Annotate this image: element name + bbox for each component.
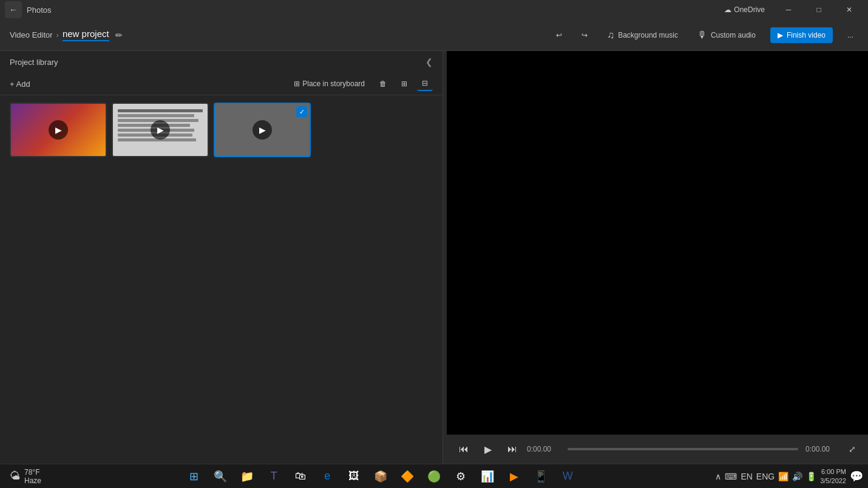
project-name: new project — [63, 29, 109, 41]
taskbar-right: ∧ ⌨ EN ENG 📶 🔊 🔋 6:00 PM 3/5/2022 💬 — [715, 467, 863, 485]
panel-header: Project library ❮ — [0, 51, 442, 73]
small-grid-icon: ⊟ — [422, 79, 428, 87]
weather-info: 78°F Haze — [24, 468, 41, 485]
search-button[interactable]: 🔍 — [208, 464, 232, 489]
edit-project-name-icon[interactable]: ✏ — [115, 30, 123, 40]
play-button[interactable]: ▶ — [478, 439, 498, 459]
settings-taskbar-button[interactable]: ⚙ — [449, 464, 473, 489]
keyboard-icon[interactable]: ⌨ — [725, 472, 737, 481]
undo-button[interactable]: ↩ — [551, 29, 567, 42]
title-bar-right: ☁ OneDrive ─ □ ✕ — [724, 0, 863, 19]
video-preview-area — [447, 51, 868, 435]
start-button[interactable]: ⊞ — [181, 464, 206, 489]
word-icon: W — [563, 470, 573, 483]
app-title: Photos — [27, 5, 51, 15]
search-icon: 🔍 — [214, 470, 227, 483]
time-display: 6:00 PM — [821, 467, 846, 476]
undo-icon: ↩ — [556, 31, 562, 39]
skip-back-button[interactable]: ⏮ — [454, 439, 473, 459]
preview-controls: ⏮ ▶ ⏭ 0:00.00 0:00.00 ⤢ — [447, 435, 868, 464]
custom-audio-button[interactable]: 🎙 Custom audio — [693, 27, 761, 43]
edge-icon: e — [324, 470, 330, 483]
library-actions: ⊞ Place in storyboard 🗑 ⊞ ⊟ — [289, 76, 433, 91]
trash-icon: 🗑 — [379, 80, 387, 88]
minimize-button[interactable]: ─ — [775, 0, 802, 19]
more-options-button[interactable]: ... — [843, 29, 858, 42]
dropbox-button[interactable]: 📦 — [368, 464, 393, 489]
delete-from-library-button[interactable]: 🗑 — [375, 77, 392, 90]
taskbar-center: ⊞ 🔍 📁 T 🛍 e 🖼 📦 🔶 🟢 ⚙ — [46, 464, 715, 489]
folder-icon: 📁 — [240, 470, 254, 483]
system-tray: ∧ ⌨ EN ENG 📶 🔊 🔋 — [715, 472, 816, 481]
teams-button[interactable]: T — [262, 464, 286, 489]
vlc-icon: ▶ — [510, 470, 518, 483]
video-thumb-3[interactable]: ▶ ✓ — [214, 103, 311, 157]
redo-button[interactable]: ↪ — [577, 29, 592, 42]
input-method-icon[interactable]: EN — [741, 472, 752, 481]
finish-video-button[interactable]: ▶ Finish video — [770, 27, 833, 43]
main-layout: Project library ❮ + Add ⊞ Place in story… — [0, 51, 868, 464]
app-icon-1: 🔶 — [401, 470, 414, 483]
play-overlay-3: ▶ — [253, 120, 272, 140]
onedrive-icon: ☁ — [724, 5, 731, 14]
weather-icon: 🌤 — [10, 470, 21, 483]
video-thumb-1[interactable]: ▶ — [10, 103, 107, 157]
weather-widget[interactable]: 🌤 78°F Haze — [5, 468, 46, 485]
weather-condition: Haze — [24, 476, 41, 485]
background-music-button[interactable]: ♫ Background music — [602, 27, 683, 43]
dropbox-icon: 📦 — [374, 470, 387, 483]
main-toolbar: Video Editor › new project ✏ ↩ ↪ ♫ Backg… — [0, 19, 868, 51]
grid-view-button[interactable]: ⊞ — [396, 77, 412, 90]
back-button[interactable]: ← — [5, 1, 22, 18]
edge-button[interactable]: e — [315, 464, 339, 489]
fullscreen-button[interactable]: ⤢ — [844, 441, 861, 458]
close-button[interactable]: ✕ — [835, 0, 863, 19]
taskbar: 🌤 78°F Haze ⊞ 🔍 📁 T 🛍 e 🖼 📦 — [0, 464, 868, 488]
wifi-icon[interactable]: 📶 — [778, 472, 788, 481]
preview-panel: ⏮ ▶ ⏭ 0:00.00 0:00.00 ⤢ — [447, 51, 868, 464]
word-button[interactable]: W — [555, 464, 580, 489]
battery-icon[interactable]: 🔋 — [806, 472, 816, 481]
grid-icon: ⊞ — [401, 80, 407, 88]
finish-icon: ▶ — [778, 31, 783, 39]
skip-forward-button[interactable]: ⏭ — [503, 439, 522, 459]
title-bar-left: ← Photos — [5, 1, 51, 18]
breadcrumb-separator: › — [56, 30, 59, 39]
redo-icon: ↪ — [581, 31, 588, 39]
audio-icon: 🎙 — [697, 30, 707, 41]
app-button-1[interactable]: 🔶 — [395, 464, 419, 489]
maximize-button[interactable]: □ — [805, 0, 833, 19]
clock[interactable]: 6:00 PM 3/5/2022 — [820, 467, 846, 485]
notification-icon[interactable]: 💬 — [850, 470, 863, 483]
photos-taskbar-button[interactable]: 🖼 — [342, 464, 366, 489]
tray-chevron-icon[interactable]: ∧ — [715, 472, 721, 481]
app-icon-4: 📱 — [534, 470, 548, 483]
place-icon: ⊞ — [294, 80, 300, 88]
vlc-button[interactable]: ▶ — [502, 464, 526, 489]
store-button[interactable]: 🛍 — [288, 464, 313, 489]
collapse-panel-button[interactable]: ❮ — [426, 57, 433, 67]
breadcrumb-parent[interactable]: Video Editor — [10, 30, 53, 39]
file-explorer-button[interactable]: 📁 — [235, 464, 259, 489]
seek-bar[interactable] — [568, 448, 798, 450]
onedrive-indicator: ☁ OneDrive — [724, 5, 765, 14]
title-bar: ← Photos ☁ OneDrive ─ □ ✕ — [0, 0, 868, 19]
time-current: 0:00.00 — [527, 445, 560, 453]
taskbar-left: 🌤 78°F Haze — [5, 468, 46, 485]
volume-icon[interactable]: 🔊 — [792, 472, 802, 481]
library-grid: ▶ ▶ — [0, 95, 442, 464]
back-icon: ← — [9, 5, 18, 15]
video-thumb-2[interactable]: ▶ — [112, 103, 209, 157]
play-overlay-2: ▶ — [151, 120, 170, 140]
app-button-3[interactable]: 📊 — [475, 464, 500, 489]
weather-temp: 78°F — [24, 468, 41, 476]
small-grid-view-button[interactable]: ⊟ — [417, 76, 433, 91]
library-toolbar: + Add ⊞ Place in storyboard 🗑 ⊞ ⊟ — [0, 73, 442, 95]
music-icon: ♫ — [607, 30, 614, 41]
app-button-2[interactable]: 🟢 — [422, 464, 446, 489]
app-button-4[interactable]: 📱 — [529, 464, 553, 489]
play-overlay-1: ▶ — [49, 120, 68, 140]
language-icon[interactable]: ENG — [756, 472, 775, 481]
add-media-button[interactable]: + Add — [10, 80, 30, 89]
place-in-storyboard-button[interactable]: ⊞ Place in storyboard — [289, 77, 370, 90]
